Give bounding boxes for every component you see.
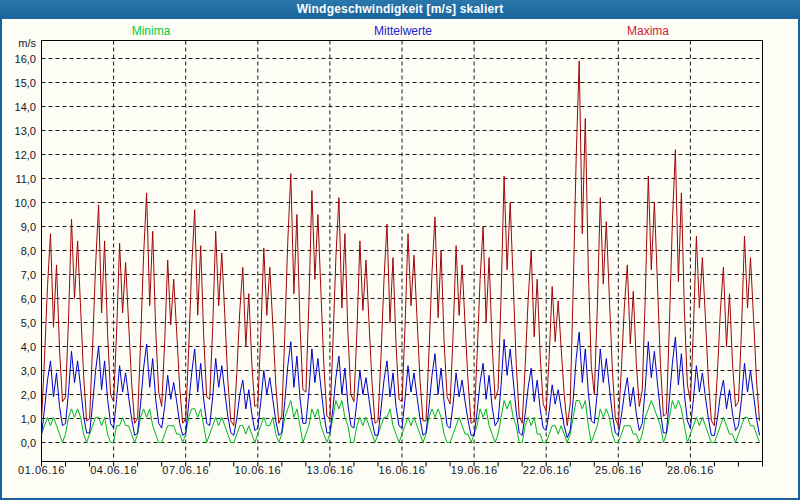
y-tick-label: 14,0 [2,100,36,114]
y-tick-label: 10,0 [2,196,36,210]
y-tick-label: 6,0 [2,292,36,306]
y-tick-label: 11,0 [2,172,36,186]
x-tick-label: 10.06.16 [234,464,281,476]
y-tick-label: 15,0 [2,76,36,90]
x-tick-label: 19.06.16 [451,464,498,476]
x-tick-label: 04.06.16 [90,464,137,476]
y-tick-label: 1,0 [2,412,36,426]
x-tick-label: 01.06.16 [18,464,65,476]
y-tick-label: 5,0 [2,316,36,330]
y-tick-label: 4,0 [2,340,36,354]
x-tick-label: 13.06.16 [306,464,353,476]
wind-speed-chart [2,0,800,500]
x-tick-label: 28.06.16 [667,464,714,476]
app-window: Windgeschwindigkeit [m/s] skaliert Minim… [0,0,800,500]
y-tick-label: 2,0 [2,388,36,402]
x-tick-label: 25.06.16 [595,464,642,476]
minima-line [42,401,760,443]
y-tick-label: 16,0 [2,52,36,66]
y-tick-label: 13,0 [2,124,36,138]
x-tick-label: 07.06.16 [162,464,209,476]
y-tick-label: 7,0 [2,268,36,282]
y-tick-label: 9,0 [2,220,36,234]
y-tick-label: 0,0 [2,436,36,450]
mittelwerte-line [42,332,760,438]
y-tick-label: 8,0 [2,244,36,258]
x-tick-label: 16.06.16 [379,464,426,476]
x-tick-label: 22.06.16 [523,464,570,476]
y-tick-label: 12,0 [2,148,36,162]
y-tick-label: 3,0 [2,364,36,378]
